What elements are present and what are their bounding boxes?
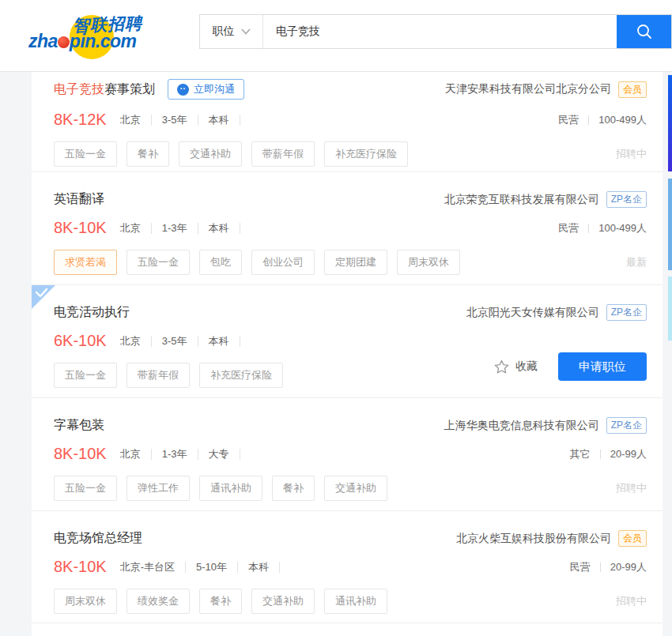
- welfare-tag: 补充医疗保险: [199, 363, 283, 388]
- welfare-tag: 五险一金: [54, 141, 117, 167]
- side-scrollbar-segment-top[interactable]: [668, 75, 672, 171]
- job-card[interactable]: 英语翻译 北京荣竞互联科技发展有限公司 ZP名企 8K-10K 北京 1-3年 …: [32, 172, 663, 285]
- company-name[interactable]: 北京火柴互娱科技股份有限公司: [456, 532, 611, 546]
- favorite-button[interactable]: 收藏: [494, 359, 538, 374]
- welfare-tag: 餐补: [199, 589, 242, 614]
- logo-text-en-right: pin.com: [70, 31, 137, 51]
- job-meta: 北京 3-5年 本科: [120, 334, 240, 348]
- welfare-tags: 周末双休 绩效奖金 餐补 交通补助 通讯补助: [54, 589, 387, 614]
- job-title[interactable]: 英语翻译: [54, 191, 104, 208]
- job-status: 招聘中: [616, 481, 647, 495]
- welfare-tag: 包吃: [199, 250, 242, 275]
- company-size: 20-99人: [610, 447, 647, 461]
- meta-education: 大专: [198, 447, 240, 461]
- search-button[interactable]: [617, 15, 671, 48]
- company-name[interactable]: 天津安果科技有限公司北京分公司: [445, 82, 611, 96]
- meta-experience: 3-5年: [152, 113, 198, 127]
- job-status: 招聘中: [616, 594, 647, 608]
- meta-experience: 1-3年: [152, 447, 198, 461]
- welfare-tag: 餐补: [272, 476, 315, 501]
- member-badge: 会员: [618, 530, 647, 547]
- welfare-tags: 五险一金 餐补 交通补助 带薪年假 补充医疗保险: [54, 141, 408, 167]
- welfare-tag: 五险一金: [126, 250, 190, 275]
- company-type: 民营: [558, 113, 579, 127]
- company-meta: 民营 100-499人: [558, 113, 647, 127]
- welfare-tag: 弹性工作: [126, 476, 190, 501]
- company-meta: 民营 100-499人: [558, 221, 647, 235]
- welfare-tag: 带薪年假: [126, 363, 190, 388]
- job-status: 最新: [626, 255, 647, 269]
- meta-education: 本科: [238, 560, 279, 574]
- meta-experience: 5-10年: [186, 560, 237, 574]
- job-card[interactable]: 电子竞技赛事策划 ·· 立即沟通 天津安果科技有限公司北京分公司 会员 8K-1…: [32, 72, 663, 172]
- job-title[interactable]: 电子竞技赛事策划: [54, 81, 155, 98]
- side-scrollbar-segment-bottom[interactable]: [668, 277, 672, 341]
- company-type: 民营: [558, 221, 579, 235]
- welfare-tags: 五险一金 弹性工作 通讯补助 餐补 交通补助: [54, 476, 387, 501]
- zhaopin-logo[interactable]: 智联招聘 zhapin.com: [28, 9, 155, 62]
- chat-now-button[interactable]: ·· 立即沟通: [168, 79, 244, 100]
- job-card-selected[interactable]: 电竞活动执行 北京阳光天女传媒有限公司 ZP名企 6K-10K 北京 3-5年 …: [32, 285, 663, 398]
- chevron-down-icon: [241, 28, 251, 35]
- welfare-tag: 通讯补助: [199, 476, 262, 501]
- company-type: 其它: [570, 447, 591, 461]
- company-size: 20-99人: [610, 560, 647, 574]
- welfare-tag: 创业公司: [251, 250, 315, 275]
- logo-text-en: zhapin.com: [28, 31, 137, 52]
- meta-experience: 1-3年: [152, 221, 198, 235]
- logo-red-dot-icon: [58, 36, 70, 48]
- meta-education: 本科: [198, 221, 240, 235]
- company-name[interactable]: 北京荣竞互联科技发展有限公司: [444, 193, 599, 207]
- job-meta: 北京 1-3年 本科: [120, 221, 240, 235]
- job-title-keyword: 电子竞技: [54, 82, 104, 96]
- salary: 6K-10K: [54, 332, 107, 350]
- chat-bubble-icon: ··: [177, 84, 189, 96]
- welfare-tag: 交通补助: [179, 141, 242, 167]
- job-title[interactable]: 字幕包装: [54, 417, 104, 434]
- job-meta: 北京 1-3年 大专: [120, 447, 240, 461]
- company-meta: 其它 20-99人: [570, 447, 647, 461]
- side-scrollbar-segment-middle[interactable]: [668, 179, 672, 270]
- job-title[interactable]: 电竞活动执行: [54, 304, 130, 321]
- job-card[interactable]: 电竞场馆总经理 北京火柴互娱科技股份有限公司 会员 8K-10K 北京-丰台区 …: [32, 511, 663, 623]
- member-badge: 会员: [618, 81, 647, 98]
- favorite-label: 收藏: [515, 359, 538, 374]
- meta-education: 本科: [198, 334, 240, 348]
- job-meta: 北京-丰台区 5-10年 本科: [120, 560, 280, 574]
- meta-location: 北京: [120, 334, 151, 348]
- welfare-tag: 绩效奖金: [126, 589, 190, 614]
- welfare-tag: 餐补: [126, 141, 169, 167]
- search-input[interactable]: [263, 15, 617, 48]
- job-title-rest: 赛事策划: [104, 82, 155, 96]
- zp-famous-badge: ZP名企: [606, 191, 647, 208]
- job-card[interactable]: 字幕包装 上海华奥电竞信息科技有限公司 ZP名企 8K-10K 北京 1-3年 …: [32, 398, 663, 511]
- meta-education: 本科: [198, 113, 240, 127]
- salary: 8K-10K: [54, 219, 107, 237]
- meta-location: 北京: [120, 221, 151, 235]
- company-name[interactable]: 北京阳光天女传媒有限公司: [466, 306, 599, 320]
- welfare-tag: 带薪年假: [251, 141, 315, 167]
- welfare-tag: 交通补助: [324, 476, 387, 501]
- welfare-tag: 交通补助: [251, 589, 315, 614]
- job-status: 招聘中: [616, 147, 647, 161]
- welfare-tag: 五险一金: [54, 476, 117, 501]
- company-name[interactable]: 上海华奥电竞信息科技有限公司: [444, 419, 599, 433]
- company-type: 民营: [570, 560, 591, 574]
- search-category-label: 职位: [213, 24, 235, 39]
- meta-location: 北京: [120, 113, 151, 127]
- search-bar: 职位: [199, 14, 672, 49]
- search-icon: [636, 23, 653, 40]
- welfare-tag: 定期团建: [324, 250, 387, 275]
- logo-text-en-left: zha: [28, 31, 58, 51]
- company-size: 100-499人: [598, 113, 647, 127]
- meta-experience: 3-5年: [152, 334, 198, 348]
- search-category-dropdown[interactable]: 职位: [200, 15, 263, 48]
- welfare-tag: 通讯补助: [324, 589, 387, 614]
- apply-job-button[interactable]: 申请职位: [558, 352, 647, 381]
- meta-location: 北京: [120, 447, 151, 461]
- company-meta: 民营 20-99人: [570, 560, 647, 574]
- job-title[interactable]: 电竞场馆总经理: [54, 530, 142, 547]
- welfare-tags: 求贤若渴 五险一金 包吃 创业公司 定期团建 周末双休: [54, 250, 460, 275]
- company-size: 100-499人: [598, 221, 647, 235]
- star-icon: [494, 359, 509, 374]
